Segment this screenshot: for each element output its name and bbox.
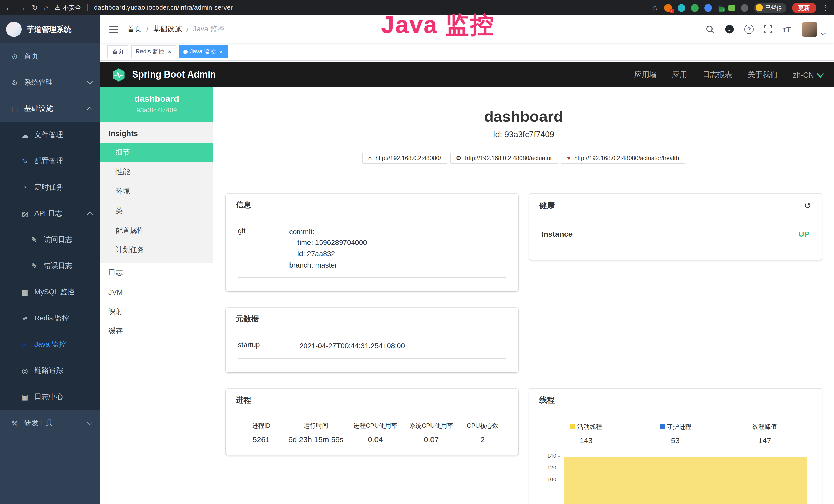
extension-icon-leaf[interactable]	[728, 4, 735, 11]
sba-item-jvm[interactable]: JVM	[100, 282, 213, 302]
extensions-puzzle-icon[interactable]	[741, 4, 748, 12]
bookmark-star-icon[interactable]: ☆	[652, 4, 658, 11]
sba-item-environment[interactable]: 环境	[100, 182, 213, 201]
sba-item-metrics[interactable]: 性能	[100, 162, 213, 182]
tag-close-icon[interactable]: ×	[219, 48, 223, 55]
sba-nav-applications[interactable]: 应用	[672, 70, 687, 79]
back-icon[interactable]: ←	[5, 4, 12, 11]
health-row-instance[interactable]: Instance UP	[542, 227, 810, 246]
chevron-up-icon	[87, 107, 93, 113]
infra-submenu: ☁ 文件管理 ✎ 配置管理 ◔ 定时任务 ▨ API 日志	[0, 122, 100, 410]
sba-item-scheduled-tasks[interactable]: 计划任务	[100, 240, 213, 260]
info-card: 信息 git commit: time: 1596289704000 id: 2…	[225, 193, 518, 292]
sidebar-item-mysql[interactable]: ▦ MySQL 监控	[0, 279, 100, 305]
cards-grid: 信息 git commit: time: 1596289704000 id: 2…	[225, 193, 822, 504]
health-status-badge: UP	[798, 229, 809, 238]
metadata-key: startup	[238, 341, 300, 352]
sidebar-item-dev-tools[interactable]: ⚒ 研发工具	[0, 410, 100, 436]
sba-language-select[interactable]: zh-CN	[793, 71, 823, 79]
document-icon: ▣	[21, 393, 29, 401]
tag-home[interactable]: 首页	[107, 45, 128, 58]
kebab-menu-icon[interactable]: ⋮	[822, 4, 829, 11]
github-icon[interactable]	[725, 25, 734, 34]
breadcrumb-infra[interactable]: 基础设施	[153, 25, 182, 34]
divider	[87, 4, 88, 11]
history-icon[interactable]: ↺	[804, 200, 812, 211]
extension-icon-blue[interactable]	[704, 4, 712, 12]
health-card-title: 健康	[540, 201, 555, 210]
sidebar-item-file[interactable]: ☁ 文件管理	[0, 122, 100, 148]
sidebar-item-error-log[interactable]: ✎ 错误日志	[0, 253, 100, 279]
breadcrumb-current: Java 监控	[193, 25, 225, 34]
info-key: git	[238, 226, 289, 271]
edit-icon: ✎	[21, 157, 29, 165]
profile-paused-badge[interactable]: 已暂停	[754, 3, 786, 13]
legend-daemon-threads[interactable]: 守护进程 53	[631, 422, 720, 445]
instance-links: ⌂ http://192.168.0.2:48080/ ⚙ http://192…	[213, 152, 834, 164]
hamburger-icon[interactable]	[109, 26, 118, 32]
spring-boot-admin-logo-icon	[111, 68, 126, 82]
extension-icon-green[interactable]	[691, 4, 698, 12]
extension-icon-orange[interactable]: 1	[664, 4, 672, 12]
sidebar-item-log-center[interactable]: ▣ 日志中心	[0, 384, 100, 410]
info-value: commit: time: 1596289704000 id: 27aa832 …	[289, 226, 367, 271]
search-icon[interactable]	[706, 25, 715, 33]
refresh-icon[interactable]: ↻	[32, 4, 38, 11]
tag-java-monitor[interactable]: Java 监控 ×	[178, 45, 227, 58]
sidebar-item-home[interactable]: ⊙ 首页	[0, 43, 100, 69]
sidebar-item-redis[interactable]: ≋ Redis 监控	[0, 305, 100, 331]
sba-item-details[interactable]: 细节	[100, 143, 213, 162]
sidebar-item-config[interactable]: ✎ 配置管理	[0, 148, 100, 174]
instance-url-link[interactable]: ⌂ http://192.168.0.2:48080/	[362, 152, 447, 164]
sidebar-item-java[interactable]: ⊡ Java 监控	[0, 331, 100, 358]
sba-nav-about[interactable]: 关于我们	[748, 70, 777, 79]
edit-note-icon: ✎	[30, 235, 39, 244]
edit-note-icon: ✎	[30, 261, 39, 270]
health-url-link[interactable]: ♥ http://192.168.0.2:48080/actuator/heal…	[561, 152, 685, 164]
sidebar-item-infra[interactable]: ▤ 基础设施	[0, 95, 100, 122]
sidebar-item-job[interactable]: ◔ 定时任务	[0, 174, 100, 200]
database-icon: ≋	[21, 314, 29, 322]
forward-icon[interactable]: →	[19, 4, 26, 11]
screenshot-root: ← → ↻ ⌂ ⚠ 不安全 dashboard.yudao.iocoder.cn…	[0, 0, 834, 504]
extension-icon-proxy[interactable]: on	[717, 5, 723, 10]
sba-item-classes[interactable]: 类	[100, 201, 213, 221]
tag-redis-monitor[interactable]: Redis 监控 ×	[131, 45, 176, 58]
legend-yellow-swatch	[570, 425, 575, 430]
security-indicator[interactable]: ⚠ 不安全	[54, 3, 81, 12]
legend-live-threads[interactable]: 活动线程 143	[542, 422, 631, 445]
sidebar-item-trace[interactable]: ◎ 链路追踪	[0, 358, 100, 384]
api-log-submenu: ✎ 访问日志 ✎ 错误日志	[0, 226, 100, 279]
fullscreen-icon[interactable]	[764, 25, 772, 33]
sba-sidebar: dashboard 93a3fc7f7409 Insights 细节 性能 环境…	[100, 87, 213, 504]
legend-blue-swatch	[659, 425, 664, 430]
insights-section-title: Insights	[100, 122, 213, 143]
page-title: dashboard	[213, 108, 834, 125]
url-text[interactable]: dashboard.yudao.iocoder.cn/infra/admin-s…	[94, 4, 233, 11]
sidebar-item-access-log[interactable]: ✎ 访问日志	[0, 226, 100, 253]
tag-close-icon[interactable]: ×	[168, 48, 171, 55]
sba-item-mappings[interactable]: 映射	[100, 302, 213, 321]
sidebar-item-system[interactable]: ⚙ 系统管理	[0, 69, 100, 95]
font-size-icon[interactable]: тT	[782, 25, 791, 33]
sba-item-logfile[interactable]: 日志	[100, 263, 213, 282]
sba-item-configprops[interactable]: 配置属性	[100, 221, 213, 240]
sba-brand-title[interactable]: Spring Boot Admin	[132, 69, 216, 80]
help-icon[interactable]: ?	[744, 25, 753, 34]
app-logo[interactable]: 芋道管理系统	[0, 16, 100, 43]
actuator-url-link[interactable]: ⚙ http://192.168.0.2:48080/actuator	[450, 152, 558, 164]
profile-avatar-emoji	[755, 4, 763, 11]
extension-icon-teal[interactable]	[677, 4, 685, 12]
home-icon[interactable]: ⌂	[44, 4, 48, 11]
chevron-down-icon	[87, 419, 93, 425]
sba-nav-journal[interactable]: 日志报表	[702, 70, 732, 79]
sidebar-item-api-log[interactable]: ▨ API 日志	[0, 200, 100, 226]
sba-instance-header[interactable]: dashboard 93a3fc7f7409	[100, 87, 213, 122]
user-avatar[interactable]	[802, 22, 817, 37]
sba-item-caches[interactable]: 缓存	[100, 321, 213, 341]
sba-nav-wall[interactable]: 应用墙	[634, 70, 657, 79]
app-title: 芋道管理系统	[27, 24, 71, 34]
update-button[interactable]: 更新	[792, 2, 816, 13]
legend-peak-threads: 线程峰值 147	[720, 422, 809, 445]
breadcrumb-home[interactable]: 首页	[127, 25, 142, 34]
